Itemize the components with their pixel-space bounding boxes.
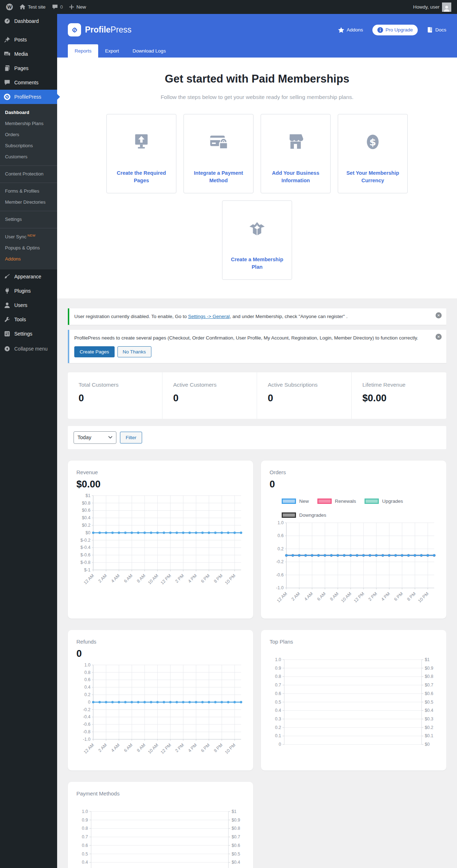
svg-text:10 PM: 10 PM — [224, 743, 236, 755]
submenu-item-settings[interactable]: Settings — [0, 211, 57, 225]
sidebar-item-plugins[interactable]: Plugins — [0, 284, 57, 298]
sidebar-item-pages[interactable]: Pages — [0, 61, 57, 75]
submenu-item-orders[interactable]: Orders — [0, 129, 57, 140]
sidebar-item-appearance[interactable]: Appearance — [0, 269, 57, 284]
legend-item[interactable]: Downgrades — [282, 512, 326, 518]
addons-link[interactable]: Addons — [338, 27, 363, 33]
svg-text:-0.2: -0.2 — [83, 707, 90, 712]
submenu-item-content-protection[interactable]: Content Protection — [0, 165, 57, 179]
legend-item[interactable]: Renewals — [317, 499, 356, 504]
submenu-label: Customers — [5, 154, 27, 159]
notice-buttons: Create Pages No Thanks — [74, 346, 430, 357]
submenu-item-addons[interactable]: Addons — [0, 253, 57, 264]
svg-text:$0.4: $0.4 — [425, 708, 433, 713]
media-icon — [4, 50, 11, 58]
user-avatar-icon — [443, 5, 450, 12]
sidebar-item-dashboard[interactable]: Dashboard — [0, 14, 57, 28]
dismiss-notice-icon[interactable]: ✕ — [436, 312, 442, 318]
chart-title: Top Plans — [270, 639, 438, 645]
step-card-payment-method[interactable]: Integrate a Payment Method — [184, 114, 253, 193]
svg-text:2 AM: 2 AM — [97, 743, 108, 753]
svg-text:10 PM: 10 PM — [224, 573, 236, 585]
submenu-item-popups-optins[interactable]: Popups & Optins — [0, 242, 57, 253]
docs-link[interactable]: Docs — [427, 27, 446, 33]
svg-text:6 AM: 6 AM — [123, 743, 134, 753]
notice-registration-disabled: User registration currently disabled. To… — [68, 308, 446, 325]
legend-swatch — [282, 512, 296, 518]
admin-bar-site-name[interactable]: Test site — [20, 4, 46, 10]
legend-item[interactable]: New — [282, 499, 309, 504]
svg-text:1.0: 1.0 — [277, 521, 283, 525]
sidebar-item-label: Dashboard — [14, 18, 39, 24]
svg-text:$0.6: $0.6 — [232, 843, 240, 848]
svg-text:6 PM: 6 PM — [200, 743, 211, 753]
date-range-select[interactable]: Today — [74, 431, 116, 444]
new-badge: NEW — [27, 234, 36, 237]
pro-upgrade-button[interactable]: Pro Upgrade — [372, 25, 418, 35]
admin-bar-account[interactable]: Howdy, user — [413, 3, 451, 12]
top-plans-chart: 1.0$10.9$0.90.8$0.80.7$0.70.6$0.60.5$0.5… — [270, 657, 438, 749]
admin-bar-new[interactable]: New — [69, 4, 86, 10]
svg-text:8 AM: 8 AM — [329, 591, 340, 602]
filter-button[interactable]: Filter — [120, 432, 142, 443]
no-thanks-button[interactable]: No Thanks — [117, 346, 151, 357]
sidebar-item-media[interactable]: Media — [0, 47, 57, 61]
submenu-item-user-sync[interactable]: User SyncNEW — [0, 228, 57, 242]
notice-text: ProfilePress needs to create several pag… — [74, 335, 418, 341]
avatar — [442, 3, 451, 12]
svg-text:4 AM: 4 AM — [303, 591, 314, 602]
sidebar-item-collapse-menu[interactable]: Collapse menu — [0, 342, 57, 356]
svg-text:-0.8: -0.8 — [83, 729, 90, 734]
svg-text:$-0.8: $-0.8 — [80, 560, 90, 565]
svg-text:1.0: 1.0 — [82, 809, 88, 814]
sidebar-item-posts[interactable]: Posts — [0, 33, 57, 47]
svg-text:12 PM: 12 PM — [353, 591, 365, 604]
svg-text:1.0: 1.0 — [275, 657, 281, 662]
step-card-currency[interactable]: $ Set Your Membership Currency — [338, 114, 408, 193]
sidebar-item-profilepress[interactable]: ProfilePress — [0, 90, 57, 104]
svg-text:0.4: 0.4 — [82, 860, 88, 865]
sidebar-item-tools[interactable]: Tools — [0, 312, 57, 327]
comments-icon — [4, 79, 11, 86]
submenu-item-dashboard[interactable]: Dashboard — [0, 107, 57, 118]
tab-export[interactable]: Export — [98, 44, 126, 58]
submenu-item-subscriptions[interactable]: Subscriptions — [0, 140, 57, 151]
svg-text:12 PM: 12 PM — [160, 743, 172, 755]
submenu-item-membership-plans[interactable]: Membership Plans — [0, 118, 57, 129]
svg-text:$0.5: $0.5 — [425, 700, 433, 705]
profilepress-logo-icon — [68, 23, 81, 36]
svg-text:12 AM: 12 AM — [83, 573, 95, 585]
notice-create-pages: ProfilePress needs to create several pag… — [68, 330, 446, 363]
submenu-item-customers[interactable]: Customers — [0, 151, 57, 162]
revenue-chart-card: Revenue $0.00 $1$0.8$0.6$0.4$0.2$0$-0.2$… — [68, 461, 253, 619]
sidebar-item-settings[interactable]: Settings — [0, 327, 57, 341]
sidebar-item-users[interactable]: Users — [0, 298, 57, 312]
tab-reports[interactable]: Reports — [68, 44, 98, 58]
step-card-membership-plan[interactable]: Create a Membership Plan — [222, 200, 292, 280]
admin-bar-comments[interactable]: 0 — [52, 4, 63, 10]
docs-label: Docs — [435, 27, 446, 33]
svg-text:$0.9: $0.9 — [232, 817, 240, 822]
legend-item[interactable]: Upgrades — [365, 499, 403, 504]
dismiss-notice-icon[interactable]: ✕ — [436, 334, 442, 340]
brand-light: Press — [111, 25, 132, 34]
submenu-item-forms-profiles[interactable]: Forms & Profiles — [0, 183, 57, 197]
svg-text:-0.4: -0.4 — [83, 715, 90, 720]
sidebar-item-label: Users — [14, 302, 27, 308]
submenu-item-member-directories[interactable]: Member Directories — [0, 197, 57, 208]
posts-icon — [4, 36, 11, 43]
step-card-required-pages[interactable]: Create the Required Pages — [106, 114, 176, 193]
stat-value: 0 — [268, 393, 341, 404]
profilepress-icon — [4, 93, 11, 100]
sidebar-item-comments[interactable]: Comments — [0, 75, 57, 90]
tab-download-logs[interactable]: Download Logs — [126, 44, 172, 58]
sidebar-item-label: Media — [14, 51, 28, 57]
stat-value: 0 — [173, 393, 246, 404]
step-card-business-info[interactable]: Add Your Business Information — [261, 114, 331, 193]
wordpress-logo-icon[interactable]: W — [6, 3, 13, 11]
page-title: Get started with Paid Memberships — [57, 73, 457, 85]
svg-text:$: $ — [370, 137, 376, 148]
create-pages-button[interactable]: Create Pages — [74, 346, 115, 357]
comments-count: 0 — [60, 4, 63, 10]
settings-general-link[interactable]: Settings -> General — [188, 314, 230, 319]
